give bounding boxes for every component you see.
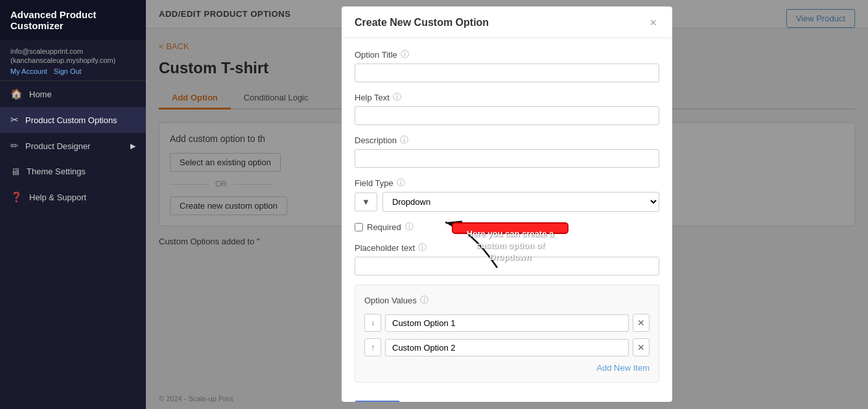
sidebar: Advanced Product Customizer info@scaleup…: [0, 0, 146, 409]
description-info-icon: ⓘ: [400, 134, 408, 146]
sidebar-item-product-designer-label: Product Designer: [25, 141, 90, 151]
remove-option-1-button[interactable]: ✕: [633, 314, 650, 332]
option-title-input[interactable]: [355, 64, 659, 82]
modal-body: Option Title ⓘ Help Text ⓘ Des: [342, 38, 672, 393]
create-custom-option-modal: Create New Custom Option × Option Title …: [342, 6, 672, 402]
description-label: Description ⓘ: [355, 134, 659, 146]
modal-footer: Save: [342, 393, 672, 402]
sidebar-item-home[interactable]: 🏠 Home: [0, 81, 146, 107]
sidebar-item-help-support[interactable]: ❓ Help & Support: [0, 184, 146, 210]
option-value-row-1: ↓ ✕: [364, 314, 650, 332]
description-group: Description ⓘ: [355, 134, 659, 168]
description-input[interactable]: [355, 149, 659, 168]
sidebar-item-product-custom-options[interactable]: ✂ Product Custom Options: [0, 107, 146, 133]
option-title-label: Option Title ⓘ: [355, 49, 659, 60]
monitor-icon: 🖥: [10, 166, 20, 177]
option-values-label: Option Values ⓘ: [364, 294, 650, 306]
option-title-group: Option Title ⓘ: [355, 49, 659, 82]
sign-out-link[interactable]: Sign Out: [54, 67, 82, 75]
my-account-link[interactable]: My Account: [10, 67, 47, 75]
option-title-info-icon: ⓘ: [401, 49, 409, 60]
help-text-label: Help Text ⓘ: [355, 91, 659, 103]
help-text-input[interactable]: [355, 106, 659, 125]
sidebar-title: Advanced Product Customizer: [0, 0, 146, 40]
field-type-toggle-button[interactable]: ▼: [355, 193, 377, 211]
question-icon: ❓: [10, 191, 23, 203]
home-icon: 🏠: [10, 88, 23, 100]
sidebar-item-theme-settings-label: Theme Settings: [27, 167, 86, 176]
required-info-icon: ⓘ: [405, 221, 414, 233]
sidebar-navigation: 🏠 Home ✂ Product Custom Options ✏ Produc…: [0, 81, 146, 409]
add-new-item-container: Add New Item: [364, 363, 650, 373]
sort-up-button-2[interactable]: ↑: [364, 338, 381, 356]
user-shop: (kanchanscaleup.myshopify.com): [10, 56, 115, 64]
sidebar-item-product-designer[interactable]: ✏ Product Designer ▶: [0, 133, 146, 159]
field-type-select[interactable]: Dropdown Text Textarea Radio Checkbox Fi…: [382, 192, 659, 212]
modal-title: Create New Custom Option: [355, 17, 489, 29]
annotation-tooltip: Here you can create a custom option of D…: [452, 222, 569, 234]
option-values-info-icon: ⓘ: [420, 294, 428, 306]
modal-header: Create New Custom Option ×: [342, 6, 672, 38]
option-value-input-2[interactable]: [385, 339, 629, 356]
chevron-right-icon: ▶: [130, 142, 135, 150]
field-type-row: ▼ Dropdown Text Textarea Radio Checkbox …: [355, 192, 659, 212]
sidebar-item-home-label: Home: [29, 89, 52, 99]
option-value-input-1[interactable]: [385, 314, 629, 332]
help-text-group: Help Text ⓘ: [355, 91, 659, 125]
field-type-info-icon: ⓘ: [397, 177, 405, 189]
required-label: Required: [367, 222, 401, 232]
option-values-section: Option Values ⓘ ↓ ✕ ↑ ✕: [355, 285, 659, 382]
sort-down-button-1[interactable]: ↓: [364, 314, 381, 332]
option-value-row-2: ↑ ✕: [364, 338, 650, 356]
user-email: info@scaleupprint.com: [10, 47, 83, 55]
sidebar-item-product-custom-options-label: Product Custom Options: [25, 115, 117, 125]
help-text-info-icon: ⓘ: [393, 91, 401, 103]
main-area: ADD/EDIT PRODUCT OPTIONS View Product < …: [146, 0, 868, 409]
scissors-icon: ✂: [10, 114, 19, 126]
remove-option-2-button[interactable]: ✕: [633, 338, 650, 356]
placeholder-info-icon: ⓘ: [418, 242, 427, 253]
sidebar-user: info@scaleupprint.com (kanchanscaleup.my…: [0, 40, 146, 81]
add-new-item-link[interactable]: Add New Item: [596, 363, 650, 373]
sidebar-item-theme-settings[interactable]: 🖥 Theme Settings: [0, 159, 146, 184]
pencil-icon: ✏: [10, 140, 19, 152]
field-type-label: Field Type ⓘ: [355, 177, 659, 189]
modal-overlay: Create New Custom Option × Option Title …: [146, 0, 868, 409]
modal-close-button[interactable]: ×: [647, 17, 659, 29]
save-button[interactable]: Save: [355, 401, 400, 402]
required-checkbox[interactable]: [355, 223, 363, 231]
sidebar-item-help-support-label: Help & Support: [29, 193, 86, 202]
field-type-group: Field Type ⓘ ▼ Dropdown Text Textarea Ra…: [355, 177, 659, 212]
